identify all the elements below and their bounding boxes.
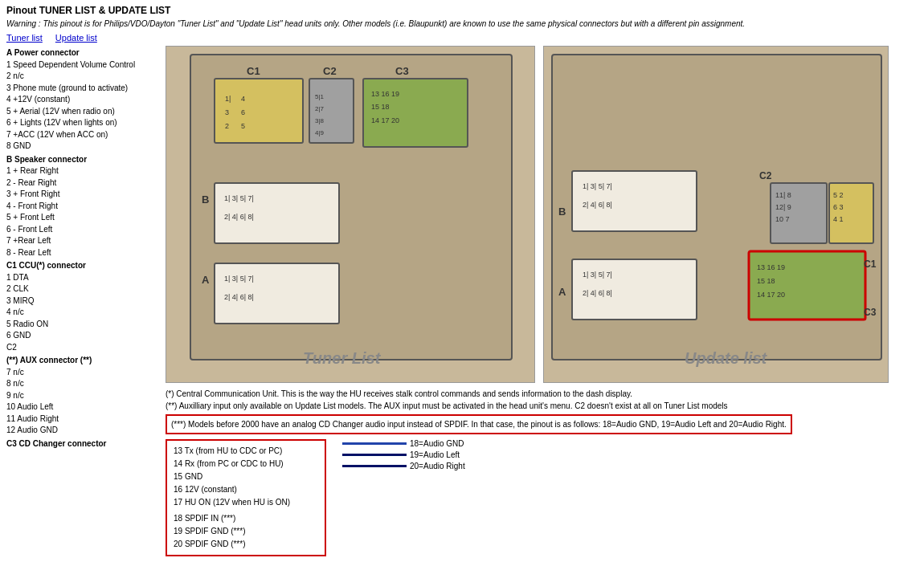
svg-rect-17: [363, 79, 468, 147]
list-item: 2 n/c: [6, 71, 159, 83]
svg-text:A: A: [558, 286, 566, 298]
wire-label-20: 20=Audio Right: [410, 462, 465, 470]
list-item: 7 +Rear Left: [6, 235, 159, 247]
list-item: 3 Phone mute (ground to activate): [6, 83, 159, 95]
tuner-list-svg: C1 C2 C3 1| 4 3 6 2 5: [166, 47, 535, 383]
svg-text:5: 5: [241, 122, 245, 130]
list-item: 12 Audio GND: [6, 425, 159, 437]
list-item: 10 Audio Left: [6, 401, 159, 413]
list-item: 15 GND: [174, 470, 318, 483]
svg-text:Tuner List: Tuner List: [303, 349, 382, 367]
diagrams-panel: C1 C2 C3 1| 4 3 6 2 5: [159, 46, 918, 556]
footnote-2: (**) Auxilliary input only available on …: [166, 400, 918, 412]
svg-text:1|  3|  5|  7|: 1| 3| 5| 7|: [224, 275, 254, 283]
list-item: 20 SPDIF GND (***): [174, 538, 318, 551]
pin-list-panel: A Power connector 1 Speed Dependent Volu…: [6, 46, 159, 556]
wire-row-19: 19=Audio Left: [342, 450, 465, 459]
list-item: 14 Rx (from PC or CDC to HU): [174, 458, 318, 470]
svg-text:Update list: Update list: [685, 349, 768, 367]
svg-text:C3: C3: [395, 65, 409, 77]
list-item: 5 + Aerial (12V when radio on): [6, 106, 159, 118]
svg-text:2|  4|  6|  8|: 2| 4| 6| 8|: [224, 213, 254, 221]
list-item: 6 + Lights (12V when lights on): [6, 117, 159, 129]
list-item: 19 SPDIF GND (***): [174, 525, 318, 538]
wire-label-19: 19=Audio Left: [410, 450, 460, 459]
svg-text:5|1: 5|1: [315, 93, 325, 100]
list-item: 3 + Front Right: [6, 189, 159, 201]
update-list-svg: B 1| 3| 5| 7| 2| 4| 6| 8| A 1| 3| 5| 7| …: [544, 47, 889, 383]
cdc-connector-header: C3 CD Changer connector: [6, 438, 159, 450]
footnotes-section: (*) Central Communication Unit. This is …: [166, 388, 918, 434]
svg-text:5  2: 5 2: [833, 191, 844, 199]
svg-text:2|7: 2|7: [315, 105, 325, 112]
wire-20: [342, 465, 407, 467]
list-item: 4 +12V (constant): [6, 94, 159, 106]
page-title: Pinout TUNER LIST & UPDATE LIST: [0, 0, 924, 18]
svg-text:6  3: 6 3: [833, 203, 844, 211]
svg-text:4|9: 4|9: [315, 129, 325, 136]
list-item: 4 - Front Right: [6, 201, 159, 213]
wire-row-20: 20=Audio Right: [342, 462, 465, 470]
power-connector-header: A Power connector: [6, 47, 159, 59]
svg-text:15  18: 15 18: [371, 103, 390, 111]
wire-row-18: 18=Audio GND: [342, 439, 465, 448]
svg-text:2|  4|  6|  8|: 2| 4| 6| 8|: [583, 289, 612, 297]
svg-text:4  1: 4 1: [833, 215, 844, 223]
list-item: 8 - Rear Left: [6, 247, 159, 259]
svg-text:2: 2: [225, 122, 229, 130]
warning-text: Warning : This pinout is for Philips/VDO…: [0, 18, 924, 31]
svg-text:13 16 19: 13 16 19: [371, 90, 399, 98]
svg-text:14 17 20: 14 17 20: [757, 291, 785, 299]
list-item: 8 n/c: [6, 378, 159, 390]
svg-text:1|  3|  5|  7|: 1| 3| 5| 7|: [224, 194, 254, 202]
power-connector-list: 1 Speed Dependent Volume Control 2 n/c 3…: [6, 59, 159, 153]
svg-text:1|  3|  5|  7|: 1| 3| 5| 7|: [583, 271, 612, 279]
svg-text:11| 8: 11| 8: [775, 191, 791, 199]
tab-update-list[interactable]: Update list: [55, 33, 97, 43]
list-item: 11 Audio Right: [6, 413, 159, 426]
update-list-diagram: B 1| 3| 5| 7| 2| 4| 6| 8| A 1| 3| 5| 7| …: [543, 46, 889, 383]
svg-text:2|  4|  6|  8|: 2| 4| 6| 8|: [583, 201, 612, 209]
aux-connector-list: 7 n/c 8 n/c 9 n/c 10 Audio Left 11 Audio…: [6, 367, 159, 437]
list-item: 5 + Front Left: [6, 212, 159, 224]
svg-text:C1: C1: [247, 65, 260, 77]
tab-tuner-list[interactable]: Tuner list: [6, 33, 43, 43]
svg-text:B: B: [202, 193, 209, 206]
list-item: 5 Radio ON: [6, 319, 159, 331]
list-item: 8 GND: [6, 140, 159, 153]
list-item: 7 n/c: [6, 367, 159, 379]
svg-text:12| 9: 12| 9: [775, 203, 791, 211]
svg-text:C2: C2: [759, 170, 772, 181]
list-item: 7 +ACC (12V when ACC on): [6, 129, 159, 141]
svg-text:10  7: 10 7: [775, 215, 790, 223]
svg-rect-49: [749, 251, 865, 320]
svg-text:A: A: [202, 274, 210, 286]
svg-text:1|: 1|: [225, 95, 231, 103]
svg-text:C3: C3: [864, 307, 877, 318]
aux-connector-header: (**) AUX connector (**): [6, 355, 159, 367]
svg-text:15  18: 15 18: [757, 277, 775, 285]
svg-text:B: B: [558, 206, 566, 218]
speaker-connector-list: 1 + Rear Right 2 - Rear Right 3 + Front …: [6, 165, 159, 259]
wire-18: [342, 442, 407, 445]
svg-text:14 17 20: 14 17 20: [371, 116, 399, 124]
tuner-list-diagram: C1 C2 C3 1| 4 3 6 2 5: [166, 46, 535, 383]
list-item: 2 CLK: [6, 283, 159, 295]
svg-text:C1: C1: [864, 259, 877, 270]
svg-text:4: 4: [241, 95, 245, 103]
list-item: 17 HU ON (12V when HU is ON): [174, 496, 318, 509]
list-item: 6 - Front Left: [6, 224, 159, 236]
list-item: 4 n/c: [6, 307, 159, 319]
list-item: 1 Speed Dependent Volume Control: [6, 59, 159, 71]
speaker-connector-header: B Speaker connector: [6, 154, 159, 166]
list-item: 16 12V (constant): [174, 483, 318, 496]
list-item: 1 DTA: [6, 272, 159, 284]
footnote-1: (*) Central Communication Unit. This is …: [166, 388, 918, 400]
cdc-connector-box: 13 Tx (from HU to CDC or PC) 14 Rx (from…: [166, 439, 326, 556]
diagrams-row: C1 C2 C3 1| 4 3 6 2 5: [166, 46, 918, 383]
list-item: 9 n/c: [6, 390, 159, 402]
bottom-section: 13 Tx (from HU to CDC or PC) 14 Rx (from…: [166, 439, 918, 556]
wire-label-18: 18=Audio GND: [410, 439, 464, 448]
list-item: 3 MIRQ: [6, 295, 159, 307]
list-item: 2 - Rear Right: [6, 177, 159, 189]
